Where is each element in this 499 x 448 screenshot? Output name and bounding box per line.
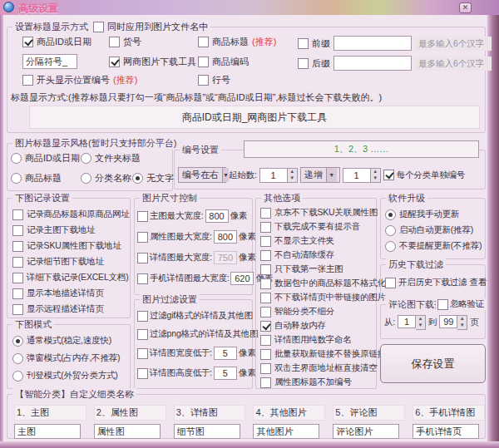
record-title-url-checkbox[interactable] xyxy=(12,209,23,220)
other-option-checkbox[interactable] xyxy=(260,377,271,388)
style-product-title-label[interactable]: 商品标题 xyxy=(25,172,62,185)
style-folder-title-label[interactable]: 文件夹标题 xyxy=(95,152,141,165)
product-code-checkbox[interactable] xyxy=(198,57,209,67)
style-no-text-label[interactable]: 无文字 xyxy=(146,172,174,185)
other-option-checkbox[interactable] xyxy=(260,264,271,275)
increment-select[interactable]: 递增 ▼ xyxy=(300,167,340,183)
product-title-checkbox[interactable] xyxy=(198,37,209,47)
product-code-label[interactable]: 商品编码 xyxy=(212,56,249,68)
attr-width-input[interactable] xyxy=(214,230,237,244)
prefix-checkbox[interactable] xyxy=(298,38,309,49)
filter-width-checkbox[interactable] xyxy=(137,348,148,359)
spin-down-icon[interactable]: ▼ xyxy=(457,322,467,329)
downloader-tool-label[interactable]: 网商图片下载工具 xyxy=(123,56,196,68)
mode-label[interactable]: 通常模式(稳定,速度快) xyxy=(27,335,111,347)
upgrade-label[interactable]: 提醒我手动更新 xyxy=(399,209,459,220)
spin-down-icon[interactable]: ▼ xyxy=(416,322,425,329)
other-option-checkbox[interactable] xyxy=(260,293,271,303)
suffix-input[interactable] xyxy=(333,56,412,71)
filter-width-label[interactable]: 详情图宽度低于: xyxy=(150,347,212,359)
other-option-label[interactable]: 京东不下载SKU关联属性图 xyxy=(274,207,378,219)
upgrade-auto-radio[interactable] xyxy=(385,225,396,236)
to-page-input[interactable] xyxy=(439,315,457,328)
other-option-label[interactable]: 批量获取新链接不替换原链接 xyxy=(274,348,386,360)
record-item-label[interactable]: 详细下载记录(EXCEL文档) xyxy=(27,272,128,283)
other-option-checkbox[interactable] xyxy=(260,208,271,219)
mode-listing-radio[interactable] xyxy=(12,371,23,382)
separator-input[interactable] xyxy=(22,54,77,69)
other-option-checkbox[interactable] xyxy=(260,349,271,360)
other-option-label[interactable]: 不自动清除缓存 xyxy=(274,249,334,261)
line-number-label[interactable]: 行号 xyxy=(212,74,230,86)
record-item-label[interactable]: 显示远程描述详情页 xyxy=(27,303,104,315)
other-option-label[interactable]: 不下载详情页中带链接的图片 xyxy=(274,292,386,303)
apply-to-filename-checkbox[interactable] xyxy=(93,22,104,32)
smart-category-input[interactable] xyxy=(413,424,479,439)
other-option-checkbox[interactable] xyxy=(260,236,271,247)
main-width-checkbox[interactable] xyxy=(137,211,148,222)
style-folder-title-radio[interactable] xyxy=(81,153,91,164)
history-filter-checkbox[interactable] xyxy=(385,278,396,288)
record-sku-image-checkbox[interactable] xyxy=(12,241,23,252)
item-number-checkbox[interactable] xyxy=(109,37,120,47)
position-number-checkbox[interactable] xyxy=(22,75,33,86)
line-number-checkbox[interactable] xyxy=(198,75,209,86)
filter-height-input[interactable] xyxy=(214,367,237,380)
product-title-label[interactable]: 商品标题 xyxy=(212,36,249,48)
style-no-text-radio[interactable] xyxy=(132,173,143,184)
history-filter-label[interactable]: 开启历史下载过滤 xyxy=(398,277,467,288)
from-page-input[interactable] xyxy=(398,315,416,328)
spin-up-icon[interactable]: ▲ xyxy=(416,316,425,322)
other-option-label[interactable]: 只下载第一张主图 xyxy=(274,263,343,275)
per-category-numbering-label[interactable]: 每个分类单独编号 xyxy=(397,170,465,181)
other-option-label[interactable]: 双击主界面地址框直接清空 xyxy=(274,362,378,374)
spin-up-icon[interactable]: ▲ xyxy=(457,316,467,322)
other-option-checkbox[interactable] xyxy=(260,278,271,289)
style-category-name-label[interactable]: 分类名称 xyxy=(95,172,131,185)
start-number-input[interactable] xyxy=(259,168,288,183)
attr-width-label[interactable]: 属性图最大宽度: xyxy=(150,231,212,243)
style-product-id-date-radio[interactable] xyxy=(11,153,22,164)
detail-width-checkbox[interactable] xyxy=(137,253,148,263)
upgrade-none-radio[interactable] xyxy=(385,241,396,252)
record-item-label[interactable]: 记录细节图下载地址 xyxy=(27,256,104,268)
ignore-verify-label[interactable]: 忽略验证 xyxy=(450,298,484,310)
upgrade-label[interactable]: 不要提醒更新(不推荐) xyxy=(399,240,482,252)
mode-popup-radio[interactable] xyxy=(12,353,23,364)
mode-label[interactable]: 刊登模式(外贸分类方式) xyxy=(27,370,118,382)
record-item-label[interactable]: 记录主图下载地址 xyxy=(27,224,95,236)
smart-category-input[interactable] xyxy=(94,424,161,439)
filter-gif-checkbox[interactable] xyxy=(137,311,148,322)
other-option-checkbox[interactable] xyxy=(260,363,271,374)
other-option-label[interactable]: 属性图标题不加编号 xyxy=(274,377,352,388)
history-view-link[interactable]: 查看 xyxy=(469,277,487,288)
filter-png-checkbox[interactable] xyxy=(137,329,148,340)
product-id-date-label[interactable]: 商品ID或日期 xyxy=(37,36,91,48)
filter-png-label[interactable]: 过滤png格式的详情及其他图 xyxy=(150,328,258,340)
suffix-label[interactable]: 后缀 xyxy=(312,57,330,70)
mobile-detail-width-label[interactable]: 手机详情图最大宽度: xyxy=(150,273,229,284)
record-main-image-checkbox[interactable] xyxy=(12,225,23,236)
product-id-date-checkbox[interactable] xyxy=(22,37,33,47)
other-option-label[interactable]: 数据包中的商品标题不格式化 xyxy=(274,278,386,289)
record-detail-image-checkbox[interactable] xyxy=(12,257,23,268)
spin-up-icon[interactable]: ▲ xyxy=(371,169,380,175)
spin-down-icon[interactable]: ▼ xyxy=(371,175,380,182)
other-option-label[interactable]: 下载完成不要有提示音 xyxy=(274,221,360,233)
downloader-tool-checkbox[interactable] xyxy=(109,57,120,67)
position-number-label[interactable]: 开头显示位置编号 xyxy=(37,74,110,86)
prefix-label[interactable]: 前缀 xyxy=(312,37,330,50)
other-option-label[interactable]: 不显示主文件夹 xyxy=(274,235,334,247)
style-product-title-radio[interactable] xyxy=(11,173,22,184)
save-settings-button[interactable]: 保存设置 xyxy=(380,344,486,383)
style-category-name-radio[interactable] xyxy=(81,173,91,184)
smart-category-input[interactable] xyxy=(174,424,240,439)
other-option-checkbox[interactable] xyxy=(260,307,271,318)
style-product-id-date-label[interactable]: 商品ID或日期 xyxy=(25,152,80,165)
step-stepper[interactable]: ▲▼ xyxy=(343,168,381,183)
smart-category-input[interactable] xyxy=(333,424,399,439)
item-number-label[interactable]: 货号 xyxy=(123,36,141,48)
number-position-select[interactable]: 编号在右 ▼ xyxy=(178,167,226,183)
smart-category-input[interactable] xyxy=(14,424,81,439)
other-option-checkbox[interactable] xyxy=(260,335,271,346)
